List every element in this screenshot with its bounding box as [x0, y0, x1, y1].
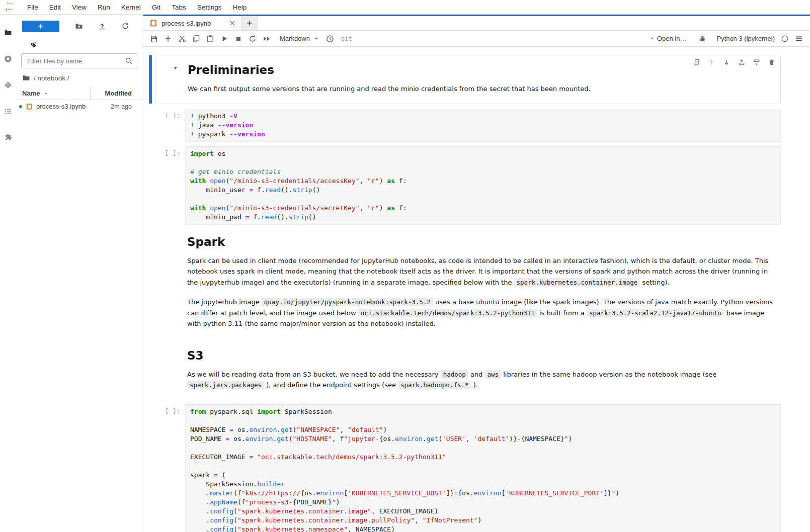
new-tab-button[interactable] — [241, 16, 258, 30]
menu-item-git[interactable]: Git — [146, 4, 166, 11]
cell-prompt: [ ]: — [143, 146, 185, 225]
jupyter-logo-icon — [5, 2, 16, 13]
restart-kernel-button[interactable] — [246, 33, 260, 45]
menu-item-settings[interactable]: Settings — [192, 4, 227, 11]
markdown-heading: Spark — [187, 235, 779, 248]
breadcrumb-path: / notebook / — [34, 74, 69, 82]
tab-process-s3[interactable]: process-s3.ipynb — [143, 16, 241, 30]
duplicate-cell-button[interactable] — [693, 59, 700, 66]
file-row[interactable]: process-s3.ipynb2m ago — [16, 100, 143, 113]
file-browser-toolbar — [16, 15, 143, 35]
running-status-dot — [19, 105, 22, 108]
markdown-rendered[interactable]: S3As we will be reading data from an S3 … — [185, 343, 781, 400]
debugger-bug-icon[interactable] — [695, 33, 709, 45]
add-icon — [164, 35, 172, 43]
checkpoint-clock-icon[interactable] — [323, 33, 337, 45]
sidebar-extensions[interactable] — [0, 124, 16, 150]
refresh-icon — [121, 22, 129, 30]
filter-files-input[interactable] — [21, 53, 137, 68]
open-in-label: Open in… — [657, 35, 687, 42]
markdown-rendered[interactable]: SparkSpark can be used in client mode (r… — [185, 229, 781, 338]
breadcrumb[interactable]: / notebook / — [16, 71, 143, 84]
cell-prompt — [143, 229, 185, 338]
collapse-heading-icon[interactable] — [173, 65, 178, 71]
code-cell: [ ]:import os # get minio credentialswit… — [143, 146, 810, 225]
close-tab-icon[interactable] — [229, 20, 236, 27]
restart-run-all-button[interactable] — [260, 33, 274, 45]
delete-cell-button[interactable] — [768, 59, 775, 66]
code-cell: [ ]:! python3 -V! java --version! pyspar… — [143, 109, 810, 142]
markdown-cell: PreliminariesWe can first output some ve… — [143, 55, 810, 104]
move-cell-down-button[interactable] — [723, 59, 730, 66]
insert-cell-below-button[interactable] — [753, 59, 760, 66]
menu-item-edit[interactable]: Edit — [44, 4, 66, 11]
run-cell-button[interactable] — [217, 33, 231, 45]
cell-prompt — [143, 343, 185, 400]
cell-type-dropdown[interactable]: Markdown — [280, 35, 319, 42]
new-folder-button[interactable] — [75, 22, 83, 30]
tag-plus-icon[interactable] — [30, 42, 37, 49]
list-icon — [4, 107, 12, 115]
open-in-dropdown[interactable]: Open in… — [650, 35, 687, 42]
sidebar-file-browser[interactable] — [0, 20, 16, 46]
notebook-file-icon — [26, 103, 33, 110]
code-editor[interactable]: from pyspark.sql import SparkSession NAM… — [185, 404, 781, 532]
column-header-modified[interactable]: Modified — [91, 90, 143, 97]
menu-item-file[interactable]: File — [22, 4, 44, 11]
markdown-paragraph: The jupyterhub image quay.io/jupyter/pys… — [187, 297, 779, 329]
new-launcher-button[interactable] — [22, 21, 59, 32]
code-editor[interactable]: ! python3 -V! java --version! pyspark --… — [185, 109, 781, 142]
cell-prompt: [ ]: — [143, 404, 185, 532]
insert-cell-above-button[interactable] — [738, 59, 745, 66]
save-button[interactable] — [147, 33, 161, 45]
upload-files-button[interactable] — [98, 22, 106, 30]
hamburger-menu-icon[interactable] — [795, 35, 803, 43]
menu-item-tabs[interactable]: Tabs — [166, 4, 192, 11]
move-up-icon — [708, 59, 715, 66]
refresh-file-list-button[interactable] — [121, 22, 129, 30]
paste-cells-button[interactable] — [203, 33, 217, 45]
cell-toolbar — [693, 59, 775, 66]
dock-panel: process-s3.ipynb Markdown git Op — [143, 15, 810, 532]
insert-cell-button[interactable] — [161, 33, 175, 45]
save-icon — [150, 35, 158, 43]
add-icon — [37, 23, 44, 30]
duplicate-cell-icon — [693, 59, 700, 66]
kernel-status-icon[interactable] — [781, 35, 789, 43]
chevron-down-icon — [313, 36, 319, 41]
file-modified: 2m ago — [111, 103, 143, 110]
folder-icon — [4, 29, 12, 37]
menu-item-view[interactable]: View — [66, 4, 92, 11]
kernel-name[interactable]: Python 3 (ipykernel) — [716, 35, 775, 42]
sidebar-git[interactable] — [0, 72, 16, 98]
markdown-heading: Preliminaries — [188, 63, 774, 76]
copy-cells-button[interactable] — [189, 33, 203, 45]
menu-item-run[interactable]: Run — [92, 4, 116, 11]
menu-item-kernel[interactable]: Kernel — [116, 4, 146, 11]
run-icon — [220, 35, 228, 43]
menu-item-help[interactable]: Help — [227, 4, 252, 11]
cut-cells-button[interactable] — [175, 33, 189, 45]
selected-cell-indicator — [149, 55, 152, 104]
cut-icon — [178, 35, 186, 43]
paste-icon — [206, 35, 214, 43]
notebook-content: PreliminariesWe can first output some ve… — [143, 47, 810, 532]
selected-markdown-frame[interactable]: PreliminariesWe can first output some ve… — [155, 55, 781, 104]
caret-down-icon — [650, 36, 655, 41]
main-menu: FileEditViewRunKernelGitTabsSettingsHelp — [22, 4, 252, 11]
column-header-name[interactable]: Name — [16, 90, 90, 97]
inline-code: hadoop — [441, 370, 468, 379]
sidebar-table-of-contents[interactable] — [0, 98, 16, 124]
markdown-heading: S3 — [187, 349, 779, 362]
move-cell-up-button[interactable] — [708, 59, 715, 66]
kernels-icon — [4, 55, 12, 63]
code-editor[interactable]: import os # get minio credentialswith op… — [185, 146, 781, 225]
inline-code: aws — [485, 370, 502, 379]
markdown-paragraph: We can first output some versions that a… — [188, 83, 774, 95]
interrupt-kernel-button[interactable] — [231, 33, 246, 45]
menu-bar: FileEditViewRunKernelGitTabsSettingsHelp — [0, 0, 810, 15]
inline-code: spark.kubernetes.container.image — [514, 278, 640, 287]
tab-bar: process-s3.ipynb — [143, 16, 810, 31]
sidebar-running-kernels[interactable] — [0, 46, 16, 72]
filter-files-box — [21, 53, 137, 68]
